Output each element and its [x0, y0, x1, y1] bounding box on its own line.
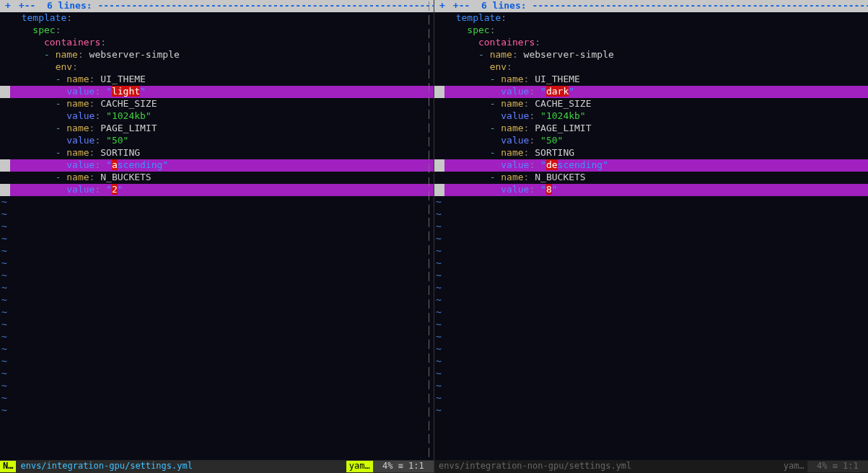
val-container-name: webserver-simple: [89, 49, 180, 60]
key-value: value: [501, 135, 529, 146]
empty-line: ~: [0, 208, 434, 221]
env-nbuckets: N_BUCKETS: [100, 172, 151, 182]
empty-line: ~: [0, 196, 434, 208]
key-value: value: [66, 86, 95, 97]
fold-count: 6 lines:: [481, 0, 527, 11]
env-page-limit: PAGE_LIMIT: [100, 123, 157, 133]
empty-line: ~: [0, 257, 434, 270]
empty-line: ~: [434, 270, 868, 282]
key-name: name: [66, 172, 89, 182]
empty-line: ~: [434, 257, 868, 270]
diff-line-sorting: value: "ascending": [0, 159, 434, 172]
fold-line-right[interactable]: + +-- 6 lines: -------------------------…: [434, 0, 868, 12]
key-name: name: [501, 172, 523, 182]
empty-line: ~: [434, 355, 868, 368]
vim-diff-editor: + +-- 6 lines: -------------------------…: [0, 0, 868, 473]
empty-line: ~: [0, 282, 434, 294]
empty-line: ~: [0, 270, 434, 282]
key-containers: containers: [478, 37, 535, 48]
empty-line: ~: [434, 405, 868, 417]
key-template: template: [456, 12, 501, 23]
key-name: name: [501, 74, 523, 84]
empty-line: ~: [434, 294, 868, 306]
empty-line: ~: [434, 343, 868, 355]
fold-marker: +--: [453, 0, 470, 11]
fold-line-left[interactable]: + +-- 6 lines: -------------------------…: [0, 0, 434, 12]
empty-line: ~: [0, 294, 434, 306]
diff-line-buckets: value: "2": [0, 184, 434, 196]
env-nbuckets: N_BUCKETS: [535, 172, 585, 182]
key-name: name: [66, 147, 89, 158]
empty-line: ~: [434, 306, 868, 319]
env-page-limit: PAGE_LIMIT: [535, 123, 591, 133]
key-name: name: [501, 147, 523, 158]
key-name: name: [66, 98, 89, 109]
empty-line: ~: [434, 221, 868, 233]
env-sorting: SORTING: [100, 147, 140, 158]
left-content[interactable]: template: spec: containers: - name: webs…: [0, 12, 434, 460]
fold-marker: +--: [19, 0, 35, 11]
key-name: name: [490, 49, 512, 60]
empty-line: ~: [434, 368, 868, 380]
empty-line: ~: [434, 196, 868, 208]
key-name: name: [66, 123, 89, 133]
diff-value-2: 2: [112, 184, 118, 195]
key-value: value: [66, 135, 95, 146]
fold-dashes: ----------------------------------------…: [532, 0, 868, 11]
empty-line: ~: [434, 245, 868, 257]
empty-line: ~: [0, 319, 434, 331]
right-content[interactable]: template: spec: containers: - name: webs…: [434, 12, 868, 460]
empty-line: ~: [0, 392, 434, 405]
key-env: env: [56, 61, 72, 72]
key-value: value: [501, 184, 529, 195]
status-mode: N…: [0, 461, 16, 472]
empty-line: ~: [0, 221, 434, 233]
key-value: value: [501, 110, 529, 121]
key-spec: spec: [32, 25, 55, 35]
diff-line-sorting: value: "descending": [434, 159, 868, 172]
diff-line-buckets: value: "8": [434, 184, 868, 196]
statusbar-left: N… envs/integration-gpu/settings.yml yam…: [0, 460, 434, 473]
status-filetype: yam…: [346, 461, 373, 472]
status-filename: envs/integration-gpu/settings.yml: [16, 461, 192, 472]
empty-line: ~: [0, 245, 434, 257]
key-name: name: [66, 74, 89, 84]
fold-count: 6 lines:: [47, 0, 92, 11]
empty-line: ~: [0, 368, 434, 380]
key-name: name: [501, 123, 523, 133]
val-cache: "1024kb": [106, 110, 152, 121]
key-spec: spec: [467, 25, 489, 35]
diff-value-light: light: [112, 86, 140, 97]
empty-line: ~: [434, 282, 868, 294]
status-position: 4% ≡ 1:1: [373, 461, 434, 472]
empty-line: ~: [0, 233, 434, 245]
diff-value-asc: a: [112, 159, 118, 170]
empty-line: ~: [434, 392, 868, 405]
env-cache-size: CACHE_SIZE: [100, 98, 157, 109]
left-pane[interactable]: + +-- 6 lines: -------------------------…: [0, 0, 434, 473]
key-value: value: [501, 159, 529, 170]
key-value: value: [501, 86, 529, 97]
status-filename: envs/integration-non-gpu/settings.yml: [434, 461, 631, 472]
key-name: name: [56, 49, 78, 60]
env-ui-theme: UI_THEME: [100, 74, 146, 84]
right-pane[interactable]: + +-- 6 lines: -------------------------…: [434, 0, 868, 473]
diff-value-8: 8: [546, 184, 552, 195]
empty-line: ~: [0, 306, 434, 319]
empty-line: ~: [0, 355, 434, 368]
key-value: value: [66, 110, 95, 121]
status-filetype: yam…: [781, 461, 807, 472]
val-pagelimit: "50": [106, 135, 128, 146]
key-value: value: [66, 184, 95, 195]
val-container-name: webserver-simple: [524, 49, 614, 60]
key-value: value: [66, 159, 95, 170]
env-cache-size: CACHE_SIZE: [535, 98, 591, 109]
statusbar-right: envs/integration-non-gpu/settings.yml ya…: [434, 460, 868, 473]
val-pagelimit: "50": [540, 135, 563, 146]
fold-dashes: ----------------------------------------…: [97, 0, 437, 11]
env-sorting: SORTING: [535, 147, 574, 158]
empty-line: ~: [434, 380, 868, 392]
key-template: template: [22, 12, 67, 23]
empty-line: ~: [0, 405, 434, 417]
empty-line: ~: [0, 331, 434, 343]
